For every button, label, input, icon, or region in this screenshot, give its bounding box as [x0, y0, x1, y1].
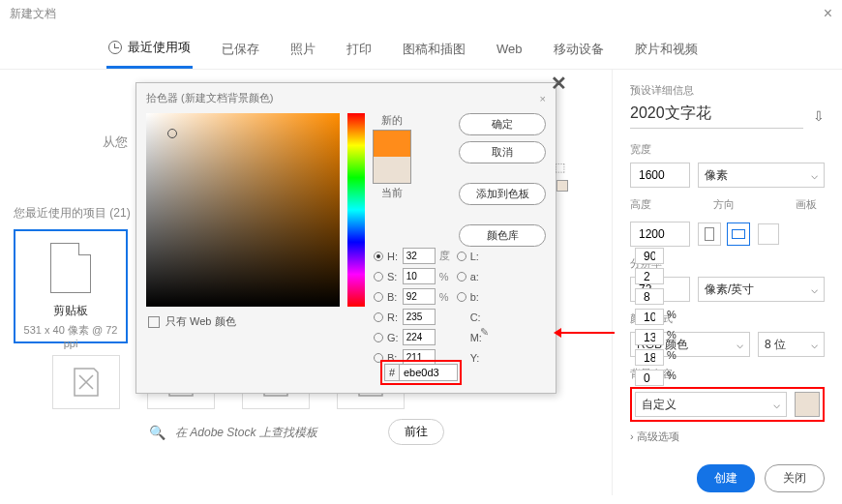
color-library-button[interactable]: 颜色库 — [459, 224, 546, 247]
c-input[interactable] — [635, 309, 664, 325]
width-label: 宽度 — [630, 142, 825, 157]
chevron-down-icon: ⌵ — [811, 338, 818, 351]
tab-web[interactable]: Web — [495, 33, 525, 69]
g-input[interactable] — [403, 329, 436, 345]
download-icon[interactable]: ⇩ — [813, 108, 825, 124]
clock-icon — [108, 41, 122, 54]
y-input[interactable] — [635, 349, 664, 366]
annotation-arrow — [556, 332, 615, 334]
r-input[interactable] — [403, 309, 436, 325]
dialog-close-icon[interactable]: ✕ — [551, 72, 567, 95]
radio-s[interactable] — [374, 272, 383, 282]
go-button[interactable]: 前往 — [388, 419, 444, 445]
background-row: 自定义⌵ — [630, 387, 825, 422]
hash-label: # — [384, 364, 400, 381]
color-values-grid: H:度 L: S:% a: B:% b: R: C: G: M: B: Y: — [374, 248, 482, 366]
radio-b2[interactable] — [457, 292, 466, 302]
tab-saved[interactable]: 已保存 — [220, 33, 261, 69]
tab-mobile[interactable]: 移动设备 — [552, 33, 606, 69]
artboard-checkbox[interactable] — [758, 223, 779, 245]
b2-input[interactable] — [635, 288, 664, 305]
window-close-icon[interactable]: × — [824, 5, 832, 22]
resolution-unit-select[interactable]: 像素/英寸⌵ — [698, 277, 825, 302]
ok-button[interactable]: 确定 — [459, 113, 546, 135]
background-select[interactable]: 自定义⌵ — [635, 392, 787, 417]
a-input[interactable] — [635, 268, 664, 284]
picker-title: 拾色器 (新建文档背景颜色) × — [136, 83, 556, 113]
document-tabs: 最近使用项 已保存 照片 打印 图稿和插图 Web 移动设备 胶片和视频 — [0, 27, 842, 70]
s-input[interactable] — [403, 268, 436, 284]
create-button[interactable]: 创建 — [697, 464, 755, 492]
artboard-label: 画板 — [796, 197, 825, 212]
radio-h[interactable] — [374, 252, 383, 261]
template-thumb[interactable] — [52, 355, 120, 409]
height-input[interactable] — [630, 222, 690, 247]
width-input[interactable] — [630, 163, 690, 188]
tab-recent[interactable]: 最近使用项 — [106, 33, 193, 69]
cancel-button[interactable]: 取消 — [459, 141, 546, 163]
radio-g[interactable] — [374, 333, 383, 342]
chevron-down-icon: ⌵ — [811, 282, 818, 296]
radio-l[interactable] — [457, 252, 466, 261]
orientation-group — [698, 222, 750, 246]
radio-r[interactable] — [374, 312, 383, 322]
hue-slider[interactable] — [347, 113, 365, 307]
preset-name: 剪贴板 — [15, 303, 126, 319]
search-icon: 🔍 — [149, 425, 165, 440]
preset-name-input[interactable]: 2020文字花 — [630, 104, 803, 129]
window-titlebar: 新建文档 × — [0, 0, 842, 27]
section-label: 预设详细信息 — [630, 83, 825, 98]
radio-b[interactable] — [374, 292, 383, 302]
tab-artwork[interactable]: 图稿和插图 — [401, 33, 467, 69]
background-swatch[interactable] — [795, 392, 820, 417]
color-cursor — [167, 129, 177, 138]
advanced-toggle[interactable]: 高级选项 — [630, 430, 825, 444]
hex-input[interactable] — [400, 364, 458, 381]
k-input[interactable] — [635, 370, 664, 386]
search-input[interactable] — [175, 426, 349, 439]
tab-photo[interactable]: 照片 — [288, 33, 317, 69]
bit-depth-select[interactable]: 8 位⌵ — [758, 332, 825, 357]
dropper-icon[interactable]: ✎ — [480, 326, 489, 339]
orient-label: 方向 — [713, 197, 789, 212]
web-only-row: 只有 Web 颜色 — [136, 307, 556, 337]
cube-icon: ⬚ — [555, 161, 565, 174]
unit-select[interactable]: 像素⌵ — [698, 163, 825, 188]
color-picker-dialog: ✕ 拾色器 (新建文档背景颜色) × 新的 当前 确定 取消 添加到色板 颜色库… — [135, 82, 556, 394]
dialog-buttons: 创建 关闭 — [697, 464, 825, 492]
tiny-swatch — [556, 180, 568, 192]
orientation-landscape[interactable] — [727, 222, 750, 246]
inner-close-icon[interactable]: × — [540, 93, 546, 104]
m-input[interactable] — [635, 329, 664, 345]
orientation-portrait[interactable] — [698, 222, 721, 246]
tab-print[interactable]: 打印 — [345, 33, 374, 69]
tab-film[interactable]: 胶片和视频 — [633, 33, 700, 69]
new-color-swatch — [374, 131, 410, 157]
height-label: 高度 — [630, 197, 706, 212]
window-title: 新建文档 — [10, 6, 56, 22]
current-color-swatch — [374, 157, 410, 183]
preset-clipboard[interactable]: 剪贴板 531 x 40 像素 @ 72 ppi — [14, 229, 128, 343]
chevron-down-icon: ⌵ — [737, 338, 743, 351]
saturation-value-field[interactable] — [146, 113, 340, 307]
add-swatch-button[interactable]: 添加到色板 — [459, 183, 546, 205]
chevron-down-icon: ⌵ — [811, 168, 818, 182]
hex-row: # — [380, 360, 462, 385]
document-icon — [50, 243, 91, 293]
preset-dim: 531 x 40 像素 @ 72 ppi — [15, 323, 126, 349]
close-button[interactable]: 关闭 — [765, 464, 825, 492]
radio-a[interactable] — [457, 272, 466, 282]
chevron-down-icon: ⌵ — [773, 398, 780, 411]
l-input[interactable] — [635, 248, 664, 264]
stock-search: 🔍 前往 — [14, 419, 598, 445]
web-only-checkbox[interactable] — [148, 316, 160, 328]
h-input[interactable] — [403, 248, 436, 264]
b-input[interactable] — [403, 288, 436, 305]
